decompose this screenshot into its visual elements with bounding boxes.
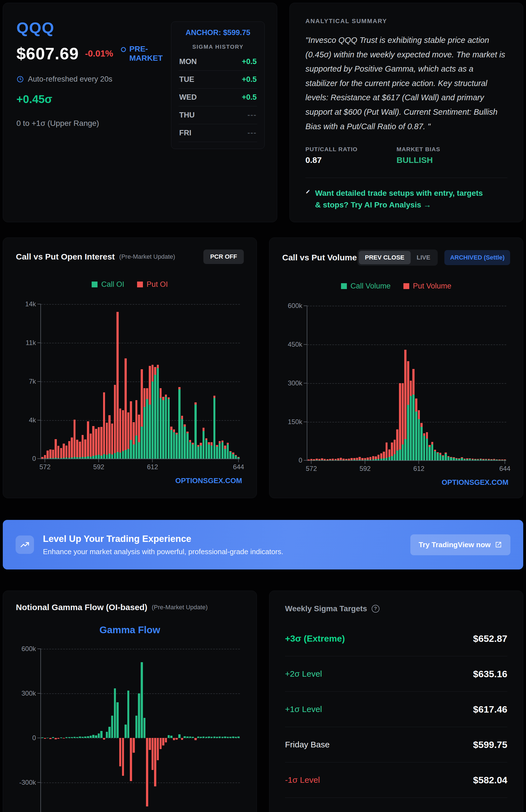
put-bar xyxy=(165,395,167,397)
oi-chart-plot: 14k11k7k4k0572592612644 xyxy=(40,304,240,459)
put-bar xyxy=(498,460,501,460)
call-bar xyxy=(130,440,132,459)
call-bar xyxy=(152,381,154,459)
put-bar xyxy=(318,459,321,460)
x-axis-label: 644 xyxy=(499,465,510,473)
gamma-bar xyxy=(122,738,124,776)
gamma-bar xyxy=(197,737,199,738)
toggle-prev-close[interactable]: PREV CLOSE xyxy=(359,251,411,264)
oi-chart-header: Call vs Put Open Interest (Pre-Market Up… xyxy=(16,249,244,264)
call-bar xyxy=(351,460,353,460)
call-bar xyxy=(109,454,111,459)
put-bar xyxy=(372,456,374,460)
put-bar xyxy=(316,459,318,460)
put-bar xyxy=(229,451,231,452)
put-bar xyxy=(480,459,482,459)
toggle-live[interactable]: LIVE xyxy=(411,251,437,264)
call-bar xyxy=(57,458,60,459)
pcr-value: 0.87 xyxy=(305,155,357,165)
call-bar xyxy=(402,445,404,460)
y-axis-tick xyxy=(304,344,307,345)
put-bar xyxy=(122,410,124,451)
put-bar xyxy=(68,441,71,458)
call-bar xyxy=(186,433,189,459)
gamma-bar xyxy=(222,737,224,738)
call-bar xyxy=(106,455,108,459)
call-bar xyxy=(173,432,175,459)
sigma-target-value: $617.46 xyxy=(473,704,507,715)
gamma-bar xyxy=(41,737,43,738)
put-bar xyxy=(143,388,146,407)
gamma-bar xyxy=(232,737,234,738)
x-axis-label: 572 xyxy=(39,463,51,471)
call-bar xyxy=(482,460,484,461)
call-bar xyxy=(383,458,385,460)
ai-pro-analysis-link[interactable]: Want detailed trade setups with entry, t… xyxy=(305,187,483,211)
gamma-bar xyxy=(66,737,68,738)
put-bar xyxy=(340,458,342,460)
put-bar xyxy=(407,361,409,405)
open-interest-card: Call vs Put Open Interest (Pre-Market Up… xyxy=(3,237,257,498)
put-bar xyxy=(73,420,76,457)
legend-swatch-green xyxy=(341,283,347,289)
gamma-bar xyxy=(195,738,197,740)
sigma-target-label: -2σ Level xyxy=(285,811,320,812)
charts-row: Call vs Put Open Interest (Pre-Market Up… xyxy=(3,237,523,498)
ticker-symbol: QQQ xyxy=(16,19,171,37)
banner-text: Level Up Your Trading Experience Enhance… xyxy=(43,534,283,556)
x-axis-tick xyxy=(238,459,239,462)
put-bar xyxy=(79,441,81,457)
gamma-bar xyxy=(184,736,186,738)
call-bar xyxy=(439,455,442,460)
call-bar xyxy=(208,445,210,459)
put-bar xyxy=(109,415,111,454)
call-bar xyxy=(211,446,213,459)
call-bar xyxy=(348,460,350,461)
put-bar xyxy=(60,448,62,458)
y-axis-label: 0 xyxy=(19,734,36,742)
sigma-target-label: +1σ Level xyxy=(285,705,322,714)
gamma-bar xyxy=(127,691,130,738)
put-bar xyxy=(170,426,172,430)
sigma-target-row: +1σ Level$617.46 xyxy=(285,692,507,727)
sigma-history-row: WED+0.5 xyxy=(179,89,257,106)
call-bar xyxy=(453,458,455,460)
put-bar xyxy=(431,442,433,445)
put-bar xyxy=(237,457,240,458)
put-bar xyxy=(410,381,412,396)
gamma-bar xyxy=(229,737,231,738)
gamma-bar xyxy=(60,737,62,738)
top-row: QQQ $607.69 -0.01% PRE-MARKET Auto-refre… xyxy=(3,3,523,222)
call-bar xyxy=(222,442,224,459)
x-axis-label: 644 xyxy=(233,463,244,471)
call-bar xyxy=(98,455,100,459)
put-bar xyxy=(477,459,479,460)
call-bar xyxy=(114,453,116,459)
x-axis-tick xyxy=(365,460,365,464)
sigma-target-label: +2σ Level xyxy=(285,669,322,679)
call-bar xyxy=(361,460,364,460)
put-bar xyxy=(138,415,140,442)
weekly-sigma-targets-card: Weekly Sigma Targets ? +3σ (Extreme)$652… xyxy=(269,591,523,812)
try-tradingview-button[interactable]: Try TradingView now xyxy=(410,534,510,555)
call-bar xyxy=(149,405,151,459)
gamma-bar xyxy=(227,737,229,738)
put-bar xyxy=(44,455,46,458)
gamma-bar xyxy=(152,738,154,770)
sigma-history-value: +0.5 xyxy=(242,93,257,102)
help-icon[interactable]: ? xyxy=(372,605,380,613)
put-bar xyxy=(200,443,202,446)
gamma-bar xyxy=(213,737,216,738)
put-bar xyxy=(485,459,487,460)
sigma-history-day: MON xyxy=(179,57,197,66)
put-bar xyxy=(418,410,420,419)
gamma-chart-plot: 600k300k0-300k-600k572592612644 xyxy=(40,649,240,812)
pcr-toggle-button[interactable]: PCR OFF xyxy=(203,249,244,264)
call-bar xyxy=(394,454,396,460)
volume-source-toggle: PREV CLOSELIVE xyxy=(357,249,438,266)
call-bar xyxy=(73,457,76,459)
gamma-bar xyxy=(111,716,113,738)
put-bar xyxy=(474,459,477,460)
archived-settle-badge[interactable]: ARCHIVED (Settle) xyxy=(444,250,510,265)
call-bar xyxy=(154,375,156,459)
